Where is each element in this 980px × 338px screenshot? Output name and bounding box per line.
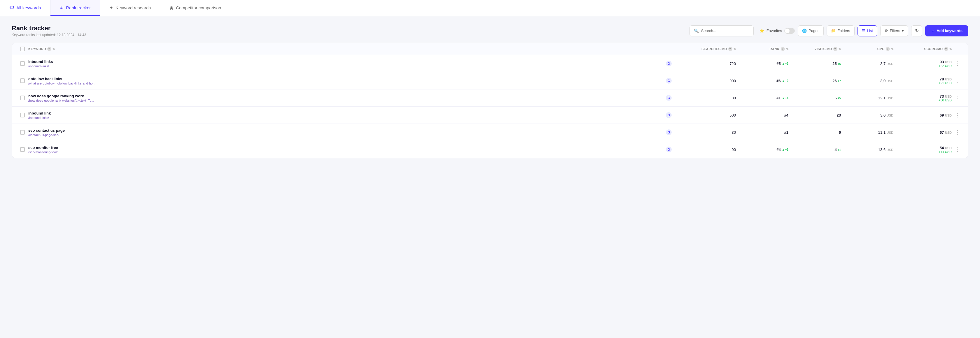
header-checkbox-area[interactable] [17,47,28,51]
score-change: +14 USD [939,150,952,154]
search-box[interactable]: 🔍 [689,25,754,36]
score-value: 73 USD [940,94,952,98]
keyword-name: seo monitor free [28,145,666,150]
row-checkbox-3[interactable] [20,113,25,117]
score-sort-icon[interactable]: ⇅ [950,48,952,51]
cpc-usd-label: USD [887,148,893,152]
keyword-research-icon: ✦ [110,5,113,11]
row-checkbox-area[interactable] [17,113,28,117]
favorites-label: Favorites [767,29,782,33]
score-value: 69 USD [940,113,952,117]
cpc-cell: 12,1 USD [841,96,893,100]
rank-sort-icon[interactable]: ⇅ [786,48,789,51]
up-arrow-icon: ▲ [782,79,785,83]
score-usd-label: USD [945,114,952,117]
keyword-name: inbound links [28,59,666,64]
folders-button[interactable]: 📁 Folders [827,25,854,36]
source-cell: G [666,112,683,118]
row-checkbox-area[interactable] [17,130,28,135]
row-checkbox-area[interactable] [17,147,28,152]
rank-change: ▲+2 [782,79,788,83]
nav-keyword-research[interactable]: ✦ Keyword research [100,0,160,16]
nav-rank-tracker[interactable]: ≋ Rank tracker [51,0,100,16]
visits-cell: 26 +7 [788,79,841,83]
visits-help-icon[interactable]: ? [833,47,837,51]
score-help-icon[interactable]: ? [944,47,948,51]
visits-sort-icon[interactable]: ⇅ [838,48,841,51]
rank-cell: #1 [736,130,788,135]
rank-help-icon[interactable]: ? [781,47,785,51]
score-change: +60 USD [939,98,952,102]
add-keywords-button[interactable]: ＋ Add keywords [925,25,968,36]
visits-value: 6 [839,130,841,135]
row-checkbox-area[interactable] [17,95,28,100]
score-value: 67 USD [940,130,952,135]
nav-competitor-comparison[interactable]: ◉ Competitor comparison [160,0,231,16]
keyword-cell: inbound links /inbound-links/ [28,59,666,68]
refresh-button[interactable]: ↻ [911,25,922,36]
page-subtitle: Keyword ranks last updated: 12.18.2024 -… [12,33,86,37]
rank-value: #1 [784,130,788,135]
row-menu-button-1[interactable]: ⋮ [952,76,963,85]
tag-icon: 🏷 [10,5,14,10]
keyword-sort-icon[interactable]: ⇅ [52,48,55,51]
visits-value: 4 +1 [835,148,841,152]
searches-cell: 30 [683,130,736,135]
list-label: List [867,29,873,33]
filters-button[interactable]: ⚙ Filters ▾ [880,25,908,36]
row-checkbox-1[interactable] [20,78,25,83]
keyword-help-icon[interactable]: ? [47,47,51,51]
filters-label: Filters [890,29,900,33]
search-input[interactable] [701,29,749,33]
row-checkbox-0[interactable] [20,61,25,66]
star-icon: ⭐ [759,29,764,33]
cpc-sort-icon[interactable]: ⇅ [891,48,894,51]
rank-cell: #4 [736,113,788,117]
cpc-usd-label: USD [887,131,893,134]
cpc-cell: 3,7 USD [841,62,893,66]
rank-change: ▲+4 [782,97,788,100]
rank-value: #6 ▲+2 [776,79,788,83]
row-checkbox-4[interactable] [20,130,25,135]
searches-cell: 30 [683,96,736,100]
row-menu-button-3[interactable]: ⋮ [952,111,963,119]
score-cell: 67 USD [893,130,952,135]
favorites-toggle[interactable] [784,28,795,34]
page-header: Rank tracker Keyword ranks last updated:… [0,16,980,43]
row-checkbox-area[interactable] [17,78,28,83]
rank-cell: #6 ▲+2 [736,79,788,83]
row-checkbox-5[interactable] [20,147,25,152]
google-badge: G [666,95,672,101]
row-menu-button-5[interactable]: ⋮ [952,145,963,154]
visits-change: +5 [837,97,841,100]
select-all-checkbox[interactable] [20,47,25,51]
row-menu-button-4[interactable]: ⋮ [952,128,963,136]
cpc-help-icon[interactable]: ? [886,47,890,51]
row-checkbox-2[interactable] [20,95,25,100]
col-header-visits: VISITS/MO ? ⇅ [788,47,841,51]
visits-cell: 4 +1 [788,148,841,152]
cpc-cell: 11,1 USD [841,130,893,135]
cpc-usd-label: USD [887,97,893,100]
searches-sort-icon[interactable]: ⇅ [733,48,736,51]
google-badge: G [666,146,672,152]
source-cell: G [666,78,683,84]
nav-all-keywords[interactable]: 🏷 All keywords [0,0,51,16]
row-menu-button-2[interactable]: ⋮ [952,94,963,102]
filters-icon: ⚙ [885,29,888,33]
row-menu-button-0[interactable]: ⋮ [952,59,963,68]
score-value: 78 USD [940,77,952,81]
list-button[interactable]: ☰ List [858,25,877,36]
cpc-usd-label: USD [887,79,893,83]
keyword-cell: seo contact us page /contact-us-page-seo… [28,128,666,136]
keyword-cell: inbound link /inbound-links/ [28,111,666,119]
pages-button[interactable]: 🌐 Pages [798,25,824,36]
keyword-url: /how-does-google-rank-websites/#:~:text=… [28,99,666,102]
visits-value: 6 +5 [835,96,841,100]
score-value: 54 USD [940,146,952,150]
table-row: inbound links /inbound-links/ G 720 #5 ▲… [12,55,968,72]
searches-help-icon[interactable]: ? [728,47,732,51]
row-checkbox-area[interactable] [17,61,28,66]
folders-label: Folders [837,29,850,33]
visits-change: +7 [837,79,841,83]
